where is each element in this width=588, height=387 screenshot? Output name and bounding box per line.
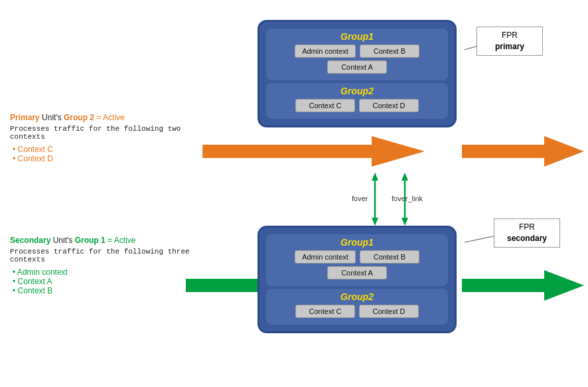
primary-group1-row1: Admin context Context B (270, 44, 444, 58)
secondary-group1-row2: Context A (270, 266, 444, 279)
secondary-bullet-admin: • Admin context (13, 268, 196, 277)
primary-group1-row2: Context A (270, 60, 444, 74)
secondary-description: Processes traffic for the following thre… (10, 248, 196, 264)
secondary-word: Secondary (10, 236, 50, 245)
fpr-primary-label1: FPR (502, 31, 518, 40)
fover-link-up-arrow (402, 173, 408, 181)
fover-up-arrow (372, 173, 378, 181)
primary-group1-title: Group1 (270, 31, 444, 42)
secondary-context-c: Context C (295, 305, 355, 318)
secondary-chassis: Group1 Admin context Context B Context A… (257, 226, 457, 333)
secondary-label-block: Secondary Unit's Group 1 = Active Proces… (10, 236, 196, 295)
secondary-group2-title: Group2 (270, 291, 444, 302)
primary-label-block: Primary Unit's Group 2 = Active Processe… (10, 113, 196, 163)
fpr-primary-label2: primary (495, 42, 524, 51)
fover-link-down-arrow (402, 218, 408, 226)
secondary-group1: Group1 Admin context Context B Context A (266, 234, 448, 286)
fover-down-arrow (372, 218, 378, 226)
primary-word: Primary (10, 113, 40, 122)
fpr-secondary-box: FPR secondary (494, 218, 560, 248)
secondary-exit-arrow (462, 270, 584, 301)
fover-link-label: fover_link (392, 194, 423, 202)
primary-unit-label: Primary Unit's Group 2 = Active (10, 113, 196, 122)
primary-group2-row1: Context C Context D (270, 99, 444, 112)
primary-active-text: = Active (96, 113, 124, 122)
secondary-group2: Group2 Context C Context D (266, 289, 448, 325)
secondary-context-b: Context B (360, 250, 419, 264)
primary-exit-arrow (462, 136, 584, 167)
fpr-secondary-label2: secondary (507, 234, 547, 243)
secondary-group1-row1: Admin context Context B (270, 250, 444, 264)
primary-description: Processes traffic for the following two … (10, 125, 196, 141)
primary-chassis: Group1 Admin context Context B Context A… (257, 20, 457, 127)
secondary-bullet-context-a: • Context A (13, 277, 196, 286)
secondary-active-text: = Active (108, 236, 135, 245)
primary-context-d: Context D (359, 99, 419, 112)
fpr-secondary-label1: FPR (519, 222, 535, 232)
secondary-bullet-context-b: • Context B (13, 286, 196, 295)
primary-group2-title: Group2 (270, 86, 444, 96)
secondary-unit-text: Unit's (53, 236, 75, 245)
secondary-unit-label: Secondary Unit's Group 1 = Active (10, 236, 196, 245)
secondary-group-ref: Group 1 (75, 236, 106, 245)
primary-group-ref: Group 2 (64, 113, 94, 122)
primary-admin-context: Admin context (295, 44, 356, 58)
primary-group2: Group2 Context C Context D (266, 83, 448, 119)
primary-bullet-context-d: • Context D (13, 154, 196, 163)
primary-arrow (202, 136, 425, 167)
primary-context-c: Context C (295, 99, 355, 112)
primary-context-a: Context A (327, 60, 387, 74)
secondary-context-d: Context D (359, 305, 419, 318)
primary-context-b: Context B (360, 44, 419, 58)
primary-bullet-context-c: • Context C (13, 145, 196, 154)
secondary-group2-row1: Context C Context D (270, 305, 444, 318)
diagram-container: FPR primary FPR secondary Group1 Admin c… (0, 0, 588, 387)
fpr-primary-box: FPR primary (477, 27, 543, 56)
secondary-admin-context: Admin context (295, 250, 356, 264)
fover-label: fover (352, 194, 368, 202)
primary-group1: Group1 Admin context Context B Context A (266, 29, 448, 80)
primary-unit-text: Unit's (42, 113, 64, 122)
secondary-group1-title: Group1 (270, 237, 444, 248)
secondary-context-a: Context A (327, 266, 387, 279)
